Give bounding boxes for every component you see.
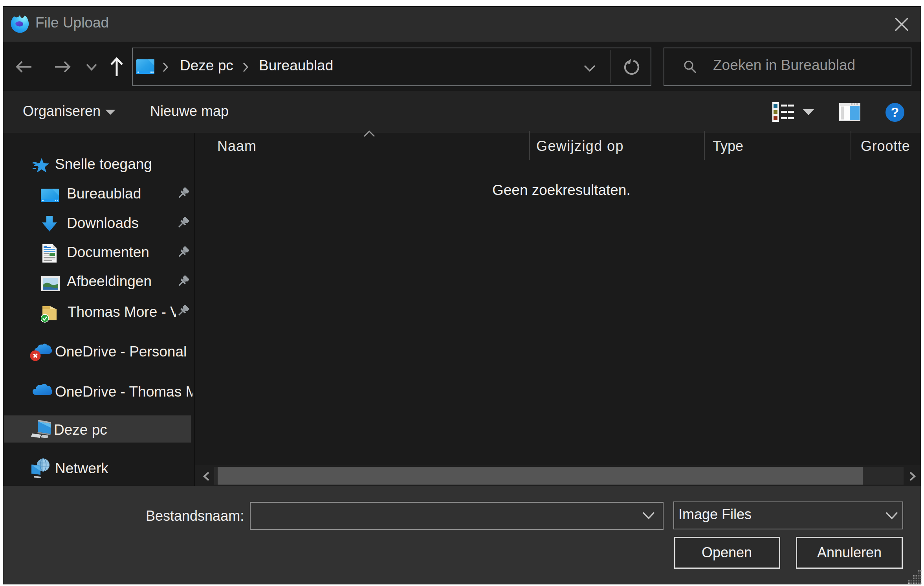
svg-text:?: ? [891, 105, 899, 119]
